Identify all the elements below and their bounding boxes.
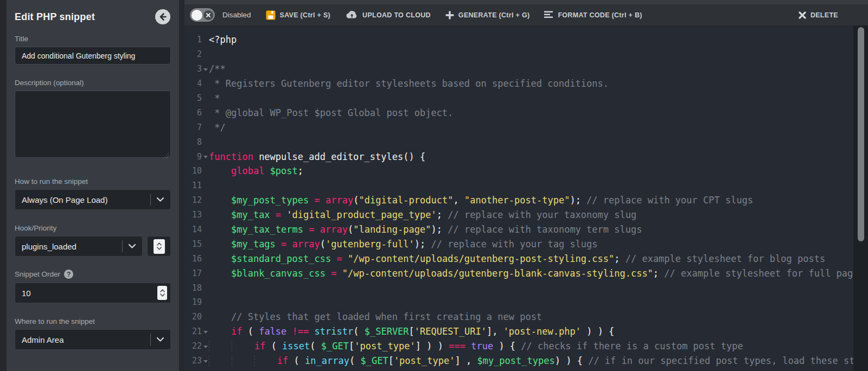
generate-button[interactable]: GENERATE (Ctrl + G) <box>445 11 530 20</box>
code-text[interactable]: $my_tax_terms = array("landing-page"); /… <box>209 224 642 235</box>
code-line[interactable]: 20 // Styles that get loaded when first … <box>184 310 868 324</box>
code-text[interactable]: <?php <box>209 34 237 45</box>
code-text[interactable]: $my_post_types = array("digital-product"… <box>209 195 753 206</box>
code-line[interactable]: 14 $my_tax_terms = array("landing-page")… <box>184 222 868 237</box>
where-select[interactable]: Admin Area <box>15 329 171 350</box>
upload-to-cloud-button[interactable]: UPLOAD TO CLOUD <box>345 10 431 20</box>
page-title: Edit PHP snippet <box>15 11 95 23</box>
code-line[interactable]: 11 <box>184 178 868 193</box>
back-button[interactable] <box>155 9 171 25</box>
disabled-toggle[interactable] <box>190 8 215 22</box>
code-text[interactable]: $blank_canvas_css = "/wp-content/uploads… <box>209 268 864 279</box>
number-spinner-icon[interactable] <box>157 286 167 300</box>
delete-button[interactable]: DELETE <box>799 11 838 19</box>
code-line[interactable]: 16 $standard_post_css = "/wp-content/upl… <box>184 251 868 266</box>
fold-arrow-icon[interactable] <box>202 330 209 334</box>
generate-label: GENERATE (Ctrl + G) <box>458 11 530 19</box>
scrollbar-thumb[interactable] <box>858 27 864 241</box>
chevron-down-icon <box>157 337 164 342</box>
save-button[interactable]: SAVE (Ctrl + S) <box>266 10 331 20</box>
description-textarea[interactable] <box>15 91 171 158</box>
code-editor[interactable]: 1<?php23/**4 * Registers Gutenberg edito… <box>184 25 868 371</box>
code-text[interactable]: function newpulse_add_editor_styles() { <box>209 151 425 162</box>
how-to-run-select[interactable]: Always (On Page Load) <box>15 189 171 210</box>
code-text[interactable]: if ( isset( $_GET['post_type'] ) ) === t… <box>209 341 743 351</box>
where-label: Where to run the snippet <box>15 317 171 325</box>
snippet-order-label-text: Snippet Order <box>15 270 60 278</box>
code-text[interactable]: /** <box>209 63 226 74</box>
line-number: 8 <box>184 137 202 147</box>
code-line[interactable]: 4 * Registers Gutenberg editor styleshee… <box>184 76 868 91</box>
line-number: 14 <box>184 225 202 234</box>
line-number: 6 <box>184 108 202 118</box>
code-line[interactable]: 8 <box>184 135 868 149</box>
code-line[interactable]: 15 $my_tags = array('gutenberg-full'); /… <box>184 236 868 251</box>
code-text[interactable]: */ <box>209 122 226 133</box>
line-number: 9 <box>184 152 202 162</box>
code-text[interactable]: if ( false !== stristr( $_SERVER['REQUES… <box>209 326 614 337</box>
line-number: 23 <box>184 356 202 366</box>
delete-x-icon <box>799 11 806 19</box>
code-line[interactable]: 9function newpulse_add_editor_styles() { <box>184 149 868 164</box>
code-line[interactable]: 3/** <box>184 62 868 76</box>
select-divider <box>122 240 123 252</box>
code-line[interactable]: 1<?php <box>184 33 868 47</box>
fold-arrow-icon[interactable] <box>202 155 209 158</box>
code-text[interactable]: // Styles that get loaded when first cre… <box>209 311 542 322</box>
line-number: 13 <box>184 210 202 220</box>
code-line[interactable]: 13 $my_tax = 'digital_product_page_type'… <box>184 208 868 222</box>
code-line[interactable]: 18 <box>184 280 868 295</box>
code-text[interactable]: $standard_post_css = "/wp-content/upload… <box>209 253 825 264</box>
toolbar-backdrop <box>184 0 868 4</box>
how-to-run-value: Always (On Page Load) <box>22 195 150 204</box>
code-lines[interactable]: 1<?php23/**4 * Registers Gutenberg edito… <box>184 25 868 368</box>
line-number: 20 <box>184 312 202 322</box>
line-number: 11 <box>184 181 202 190</box>
fold-arrow-icon[interactable] <box>202 359 209 363</box>
code-line[interactable]: 6 * @global WP_Post $post Global post ob… <box>184 105 868 120</box>
code-line[interactable]: 23 if ( in_array( $_GET['post_type'] , $… <box>184 354 868 368</box>
delete-label: DELETE <box>810 11 838 19</box>
title-input[interactable] <box>15 47 171 65</box>
scrollbar[interactable] <box>853 25 868 371</box>
code-text[interactable]: * <box>209 93 220 104</box>
code-line[interactable]: 19 <box>184 295 868 310</box>
line-number: 16 <box>184 254 202 264</box>
chevron-down-icon <box>129 244 136 248</box>
hook-row: plugins_loaded <box>15 236 171 257</box>
line-number: 10 <box>184 166 202 176</box>
hook-priority-input[interactable] <box>147 236 171 257</box>
select-divider <box>150 194 151 206</box>
fold-arrow-icon[interactable] <box>202 344 209 348</box>
snippet-order-label: Snippet Order ? <box>15 270 171 279</box>
code-line[interactable]: 2 <box>184 47 868 62</box>
number-spinner-icon[interactable] <box>154 239 165 254</box>
description-wrap <box>15 87 171 160</box>
code-line[interactable]: 5 * <box>184 91 868 106</box>
title-label: Title <box>15 35 171 43</box>
hook-select[interactable]: plugins_loaded <box>15 236 143 257</box>
help-icon[interactable]: ? <box>64 270 73 279</box>
snippet-order-input[interactable]: 10 <box>15 283 171 303</box>
code-line[interactable]: 22 if ( isset( $_GET['post_type'] ) ) ==… <box>184 339 868 354</box>
code-text[interactable]: $my_tax = 'digital_product_page_type'; /… <box>209 209 636 220</box>
format-code-button[interactable]: FORMAT CODE (Ctrl + B) <box>544 11 642 19</box>
where-value: Admin Area <box>22 335 150 344</box>
fold-arrow-icon[interactable] <box>202 67 209 71</box>
snippet-order-value: 10 <box>22 289 157 298</box>
code-text[interactable]: * Registers Gutenberg editor stylesheets… <box>209 78 609 89</box>
code-text[interactable]: $my_tags = array('gutenberg-full'); // r… <box>209 239 598 250</box>
hook-value: plugins_loaded <box>22 242 122 251</box>
code-text[interactable]: global $post; <box>209 165 303 176</box>
code-text[interactable]: if ( in_array( $_GET['post_type'] , $my_… <box>209 355 868 366</box>
line-number: 15 <box>184 239 202 249</box>
line-number: 18 <box>184 283 202 293</box>
line-number: 4 <box>184 79 202 88</box>
code-text[interactable]: * @global WP_Post $post Global post obje… <box>209 107 453 118</box>
code-line[interactable]: 17 $blank_canvas_css = "/wp-content/uplo… <box>184 266 868 280</box>
code-line[interactable]: 10 global $post; <box>184 164 868 178</box>
format-label: FORMAT CODE (Ctrl + B) <box>558 11 642 19</box>
code-line[interactable]: 21 if ( false !== stristr( $_SERVER['REQ… <box>184 324 868 339</box>
code-line[interactable]: 12 $my_post_types = array("digital-produ… <box>184 193 868 208</box>
code-line[interactable]: 7 */ <box>184 120 868 135</box>
